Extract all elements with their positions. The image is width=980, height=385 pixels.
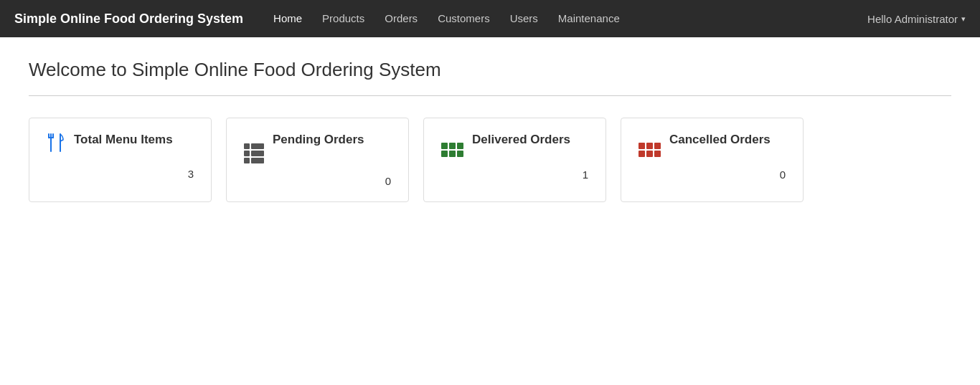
nav-item-orders[interactable]: Orders <box>376 12 426 25</box>
grid-red-table-icon <box>639 143 661 157</box>
cards-row: Total Menu Items 3 Pending Orders <box>29 118 951 202</box>
card-header-total-menu-items: Total Menu Items <box>47 133 194 156</box>
grid-green-icon <box>441 133 463 157</box>
nav-link-users[interactable]: Users <box>501 8 547 29</box>
nav-item-users[interactable]: Users <box>501 12 547 25</box>
caret-icon: ▾ <box>961 14 966 24</box>
list-icon <box>244 133 264 163</box>
card-value-total-menu-items: 3 <box>47 168 194 180</box>
card-delivered-orders: Delivered Orders 1 <box>423 118 606 202</box>
nav-item-maintenance[interactable]: Maintenance <box>550 12 628 25</box>
navbar-left: Simple Online Food Ordering System Home … <box>14 11 628 27</box>
card-title-delivered-orders: Delivered Orders <box>472 133 570 147</box>
nav-item-products[interactable]: Products <box>314 12 373 25</box>
navbar-brand: Simple Online Food Ordering System <box>14 11 243 27</box>
grid-green-table-icon <box>441 143 463 157</box>
user-label: Hello Administrator <box>867 13 958 25</box>
card-header-cancelled-orders: Cancelled Orders <box>639 133 786 157</box>
nav-link-customers[interactable]: Customers <box>429 8 499 29</box>
main-content: Welcome to Simple Online Food Ordering S… <box>0 37 980 224</box>
card-total-menu-items: Total Menu Items 3 <box>29 118 212 202</box>
nav-item-home[interactable]: Home <box>265 12 311 25</box>
card-value-pending-orders: 0 <box>244 175 391 187</box>
user-menu[interactable]: Hello Administrator ▾ <box>867 13 966 25</box>
card-header-pending-orders: Pending Orders <box>244 133 391 163</box>
nav-link-products[interactable]: Products <box>314 8 373 29</box>
card-value-cancelled-orders: 0 <box>639 168 786 181</box>
page-title: Welcome to Simple Online Food Ordering S… <box>29 59 951 81</box>
card-pending-orders: Pending Orders 0 <box>226 118 409 202</box>
divider <box>29 95 951 96</box>
utensils-icon <box>47 133 65 156</box>
list-table-icon <box>244 143 264 163</box>
card-title-pending-orders: Pending Orders <box>273 133 364 147</box>
card-title-cancelled-orders: Cancelled Orders <box>669 133 771 147</box>
nav-item-customers[interactable]: Customers <box>429 12 499 25</box>
nav-link-home[interactable]: Home <box>265 8 311 29</box>
card-title-total-menu-items: Total Menu Items <box>74 133 173 147</box>
card-header-delivered-orders: Delivered Orders <box>441 133 588 157</box>
card-value-delivered-orders: 1 <box>441 168 588 181</box>
navbar-nav: Home Products Orders Customers Users Mai… <box>265 12 628 25</box>
navbar: Simple Online Food Ordering System Home … <box>0 0 980 37</box>
nav-link-maintenance[interactable]: Maintenance <box>550 8 628 29</box>
card-cancelled-orders: Cancelled Orders 0 <box>621 118 804 202</box>
nav-link-orders[interactable]: Orders <box>376 8 426 29</box>
grid-red-icon <box>639 133 661 157</box>
